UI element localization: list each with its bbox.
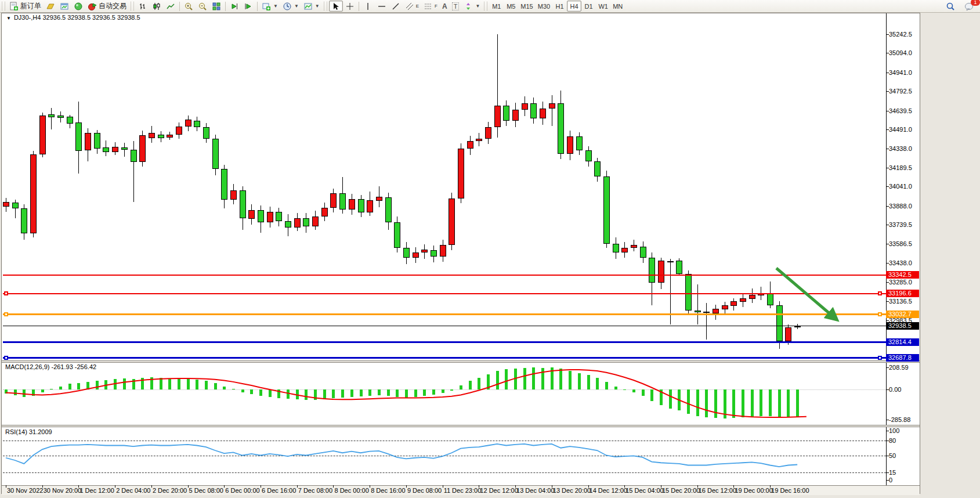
time-axis-label: 5 Dec 08:00: [189, 487, 223, 494]
tile-windows-button[interactable]: [209, 1, 223, 12]
fibonacci-tag: F: [435, 3, 437, 9]
chart-window[interactable]: ▼DJ30-,H4 32936.5 32938.5 32936.5 32938.…: [1, 13, 920, 494]
candle-chart-icon: [152, 2, 161, 11]
chart-shift-button[interactable]: [241, 1, 255, 12]
macd-axis-tick-label: -285.88: [889, 416, 910, 423]
time-axis-tick: [151, 485, 152, 488]
chart-shift-icon: [244, 2, 253, 11]
clock-icon: [283, 2, 292, 11]
timeframe-h4[interactable]: H4: [567, 1, 581, 12]
timeframe-w1[interactable]: W1: [596, 1, 610, 12]
time-axis-tick: [78, 485, 79, 488]
crosshair-tool-button[interactable]: [343, 1, 357, 12]
rsi-axis-tick-label: 50: [889, 452, 896, 459]
price-axis-tick-label: 33888.0: [889, 203, 912, 210]
arrows-tool-button[interactable]: ▼: [461, 1, 482, 12]
rsi-axis-tick: [886, 431, 889, 431]
price-axis-tick: [886, 225, 889, 225]
time-axis-tick: [115, 485, 115, 488]
channel-icon: [405, 2, 414, 11]
cursor-icon: [331, 2, 341, 11]
time-axis-label: 30 Nov 20:00: [44, 487, 81, 494]
fibonacci-tool-button[interactable]: F: [421, 1, 440, 12]
new-chart-button[interactable]: ▼: [259, 1, 280, 12]
time-axis-label: 13 Dec 04:00: [516, 487, 554, 494]
timeframe-h1[interactable]: H1: [552, 1, 567, 12]
trend-arrow-annotation[interactable]: [772, 265, 854, 329]
timeframe-mn[interactable]: MN: [610, 1, 625, 12]
templates-button[interactable]: ▼: [301, 1, 322, 12]
toolbar-grip[interactable]: [131, 2, 134, 10]
vertical-line-tool-button[interactable]: [361, 1, 375, 12]
template-icon: [303, 2, 313, 11]
time-axis-tick: [224, 485, 225, 488]
price-axis-tick: [886, 186, 889, 187]
zoom-in-button[interactable]: [182, 1, 196, 12]
price-axis-tick-label: 33285.0: [889, 279, 912, 286]
price-axis-tick-label: 34491.0: [889, 126, 912, 133]
time-axis-tick: [661, 485, 661, 488]
price-axis-tick: [886, 149, 889, 149]
time-axis-label: 14 Dec 12:00: [590, 487, 627, 494]
zoom-out-button[interactable]: [196, 1, 209, 12]
candle-chart-mode-button[interactable]: [150, 1, 164, 12]
search-icon: [946, 2, 955, 11]
time-axis-tick: [624, 485, 625, 488]
panel-splitter[interactable]: [2, 360, 920, 363]
timeframe-m15[interactable]: M15: [518, 1, 535, 12]
label-tool-icon: T: [452, 2, 460, 10]
trendline-tool-button[interactable]: [389, 1, 403, 12]
time-axis-tick: [552, 485, 552, 488]
time-axis-label: 9 Dec 08:00: [407, 487, 442, 494]
timeframe-m1[interactable]: M1: [489, 1, 504, 12]
search-button[interactable]: [943, 1, 957, 12]
collapse-caret-icon[interactable]: ▼: [6, 16, 11, 21]
price-axis-tick-label: 35094.0: [889, 49, 912, 56]
new-order-button[interactable]: 新订单: [7, 1, 44, 12]
mt4-terminal: { "toolbar": { "new_order": "新订单", "auto…: [0, 0, 980, 498]
price-axis-tick: [886, 320, 889, 321]
notifications-button[interactable]: 1: [962, 1, 977, 12]
periods-button[interactable]: ▼: [280, 1, 301, 12]
price-axis-badge: 33196.6: [886, 290, 919, 297]
auto-trading-button[interactable]: 自动交易: [85, 1, 129, 12]
timeframe-m5[interactable]: M5: [504, 1, 518, 12]
panel-splitter[interactable]: [2, 425, 920, 427]
time-axis-label: 13 Dec 20:00: [553, 487, 591, 494]
horizontal-line-tool-button[interactable]: [375, 1, 389, 12]
time-axis-label: 1 Dec 12:00: [79, 487, 114, 494]
line-chart-icon: [166, 2, 175, 11]
price-axis-tick-label: 34941.0: [889, 69, 912, 76]
timeframe-d1[interactable]: D1: [581, 1, 596, 12]
rsi-axis-tick-label: 0: [889, 477, 892, 483]
rsi-label: RSI(14) 31.2009: [5, 428, 52, 435]
market-watch-button[interactable]: [71, 1, 85, 12]
toolbar-grip[interactable]: [324, 2, 327, 10]
auto-scroll-button[interactable]: [227, 1, 241, 12]
price-axis-tick: [886, 53, 889, 53]
toolbar-grip[interactable]: [2, 2, 5, 10]
price-axis-tick-label: 34792.5: [889, 88, 912, 95]
line-chart-mode-button[interactable]: [164, 1, 178, 12]
time-axis-tick: [261, 485, 261, 488]
cursor-tool-button[interactable]: [329, 1, 343, 12]
profile-button[interactable]: [44, 1, 57, 12]
macd-axis-tick: [886, 420, 889, 420]
tile-windows-icon: [212, 2, 221, 11]
timeframe-m30[interactable]: M30: [536, 1, 552, 12]
charts-button[interactable]: [57, 1, 71, 12]
toolbar-grip[interactable]: [484, 2, 487, 10]
auto-trading-label: 自动交易: [99, 1, 126, 11]
label-tool-button[interactable]: T: [450, 1, 462, 12]
text-tool-button[interactable]: A: [440, 1, 450, 12]
macd-axis-tick-label: 0.00: [889, 386, 901, 393]
arrows-icon: [464, 2, 473, 11]
price-axis-tick: [886, 206, 889, 207]
price-axis-badge: 32687.8: [886, 354, 919, 362]
channel-tool-button[interactable]: E: [403, 1, 421, 12]
time-axis-label: 16 Dec 12:00: [699, 487, 736, 494]
price-axis-tick: [886, 73, 889, 73]
rsi-line: [2, 13, 886, 495]
price-axis-tick-label: 33136.5: [889, 298, 912, 305]
bar-chart-mode-button[interactable]: [136, 1, 150, 12]
